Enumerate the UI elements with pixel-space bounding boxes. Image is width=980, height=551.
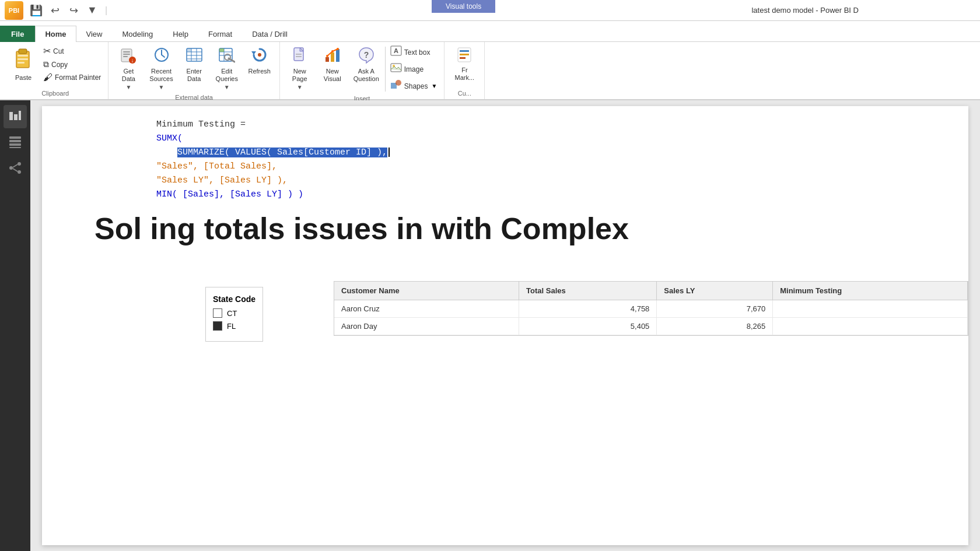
svg-text:↓: ↓ xyxy=(131,57,134,64)
shapes-label: Shapes xyxy=(404,82,428,90)
table-cell-name-1: Aaron Cruz xyxy=(334,300,519,318)
svg-point-57 xyxy=(9,166,13,170)
tab-modeling[interactable]: Modeling xyxy=(112,26,163,42)
svg-marker-26 xyxy=(251,51,256,55)
data-table: Customer Name Total Sales Sales LY Minim… xyxy=(334,282,968,335)
new-page-label: NewPage xyxy=(292,68,307,83)
ask-question-button[interactable]: ? Ask AQuestion xyxy=(350,44,383,85)
tab-help[interactable]: Help xyxy=(163,26,198,42)
visual-tools-badge: Visual tools xyxy=(432,0,495,13)
sidebar-item-model[interactable] xyxy=(4,156,27,180)
table-cell-min-testing-2 xyxy=(773,318,968,335)
svg-rect-7 xyxy=(123,54,130,55)
tab-file[interactable]: File xyxy=(0,26,35,42)
enter-data-label: EnterData xyxy=(187,68,202,83)
svg-rect-33 xyxy=(326,57,329,62)
svg-rect-42 xyxy=(391,64,401,72)
format-painter-button[interactable]: 🖌 Format Painter xyxy=(41,71,103,84)
format-marker-button[interactable]: FrMark... xyxy=(449,44,480,84)
cut-icon: ✂ xyxy=(43,45,51,57)
code-line-6: MIN( [Sales], [Sales LY] ) ) xyxy=(156,188,947,202)
refresh-icon xyxy=(251,47,268,66)
text-box-label: Text box xyxy=(404,48,430,57)
copy-button[interactable]: ⧉ Copy xyxy=(41,58,103,71)
shapes-icon xyxy=(390,79,402,93)
undo-button[interactable]: ↩ xyxy=(47,2,63,19)
filter-item-fl[interactable]: FL xyxy=(213,321,256,331)
refresh-button[interactable]: Refresh xyxy=(244,44,275,78)
svg-point-58 xyxy=(18,162,21,166)
edit-queries-icon xyxy=(219,47,235,66)
filter-checkbox-ct[interactable] xyxy=(213,308,222,318)
svg-rect-4 xyxy=(18,62,24,64)
svg-rect-48 xyxy=(460,54,469,55)
table-row: Aaron Day 5,405 8,265 xyxy=(334,318,968,335)
edit-queries-arrow: ▼ xyxy=(224,84,230,90)
svg-text:A: A xyxy=(394,47,398,54)
image-label: Image xyxy=(404,65,424,73)
enter-data-button[interactable]: EnterData xyxy=(179,44,209,85)
dropdown-button[interactable]: ▼ xyxy=(84,2,100,19)
svg-rect-51 xyxy=(14,114,18,120)
text-box-button[interactable]: A Text box xyxy=(388,44,440,60)
table-cell-name-2: Aaron Day xyxy=(334,318,519,335)
new-page-button[interactable]: NewPage ▼ xyxy=(285,44,315,93)
save-button[interactable]: 💾 xyxy=(28,2,44,19)
recent-sources-label: RecentSources xyxy=(149,68,173,83)
svg-rect-55 xyxy=(9,143,21,146)
clipboard-group: Paste ✂ Cut ⧉ Copy 🖌 Format Painter Clip… xyxy=(2,42,108,99)
recent-sources-button[interactable]: RecentSources ▼ xyxy=(146,44,176,93)
custom-visuals-group: FrMark... Cu... xyxy=(444,42,485,99)
get-data-label: GetData xyxy=(122,68,135,83)
main-area: ✕ ✓ Minimum Testing = Minimum Testing = … xyxy=(0,100,980,551)
sidebar-item-data[interactable] xyxy=(4,131,27,154)
get-data-button[interactable]: ↓ GetData ▼ xyxy=(113,44,144,93)
filter-label-ct: CT xyxy=(227,309,237,318)
cut-button[interactable]: ✂ Cut xyxy=(41,44,103,58)
code-block[interactable]: Minimum Testing = SUMX( SUMMARIZE( VALUE… xyxy=(147,112,957,208)
filter-item-ct[interactable]: CT xyxy=(213,308,256,318)
svg-rect-8 xyxy=(123,56,128,57)
svg-rect-54 xyxy=(9,140,21,142)
tab-format[interactable]: Format xyxy=(198,26,242,42)
image-button[interactable]: Image xyxy=(388,61,440,77)
paste-icon xyxy=(13,47,34,73)
code-line-1: Minimum Testing = xyxy=(156,118,947,132)
tab-datadrill[interactable]: Data / Drill xyxy=(242,26,298,42)
table-header-total-sales: Total Sales xyxy=(519,282,657,300)
shapes-button[interactable]: Shapes ▼ xyxy=(388,78,440,94)
filter-label-fl: FL xyxy=(227,322,236,331)
svg-point-27 xyxy=(258,53,261,57)
table-header-name: Customer Name xyxy=(334,282,519,300)
svg-rect-53 xyxy=(9,136,21,139)
format-painter-label: Format Painter xyxy=(55,73,101,82)
format-painter-icon: 🖌 xyxy=(43,72,52,83)
svg-rect-50 xyxy=(9,112,13,120)
redo-button[interactable]: ↪ xyxy=(65,2,82,19)
clipboard-label: Clipboard xyxy=(41,90,69,97)
svg-rect-23 xyxy=(219,48,224,52)
edit-queries-label: EditQueries xyxy=(215,68,238,83)
sidebar-item-report[interactable] xyxy=(4,105,27,128)
paste-button[interactable]: Paste xyxy=(7,44,40,83)
svg-rect-1 xyxy=(19,49,27,54)
slide-area: Minimum Testing = SUMX( SUMMARIZE( VALUE… xyxy=(42,106,968,545)
new-visual-button[interactable]: NewVisual xyxy=(317,44,348,85)
refresh-label: Refresh xyxy=(248,68,271,75)
table-header-sales-ly: Sales LY xyxy=(657,282,773,300)
code-selected-text: SUMMARIZE( VALUES( Sales[Customer ID] ), xyxy=(177,148,387,157)
paste-label: Paste xyxy=(15,74,32,81)
table-cell-sales-ly-2: 8,265 xyxy=(657,318,773,335)
new-visual-icon xyxy=(324,47,341,66)
page-canvas: Minimum Testing = SUMX( SUMMARIZE( VALUE… xyxy=(30,100,980,551)
tab-home[interactable]: Home xyxy=(35,26,76,42)
external-data-group: ↓ GetData ▼ RecentSources ▼ xyxy=(108,42,279,99)
code-cursor xyxy=(388,148,390,157)
svg-rect-35 xyxy=(336,49,340,62)
tab-view[interactable]: View xyxy=(76,26,113,42)
filter-checkbox-fl[interactable] xyxy=(213,321,222,331)
title-bar: PBI 💾 ↩ ↪ ▼ | Visual tools latest demo m… xyxy=(0,0,980,21)
format-marker-icon xyxy=(457,47,472,65)
svg-rect-47 xyxy=(460,50,469,52)
edit-queries-button[interactable]: EditQueries ▼ xyxy=(212,44,242,93)
